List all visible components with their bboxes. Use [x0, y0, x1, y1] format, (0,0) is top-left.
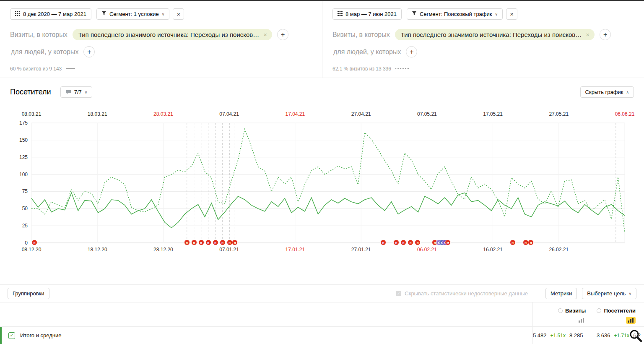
annotation-marker[interactable]: н: [232, 240, 238, 245]
hide-chart-button[interactable]: Скрыть график ∧: [580, 86, 634, 98]
segment-label: Сегмент: Поисковый трафик: [420, 11, 492, 17]
segment-button-b[interactable]: Сегмент: Поисковый трафик ∨: [407, 8, 503, 20]
series-solid-line: [31, 193, 625, 228]
visits-ratio: +1.51x: [551, 333, 566, 339]
annotation-marker[interactable]: н: [31, 240, 37, 245]
solid-line-legend-icon: [66, 68, 75, 69]
y-axis-label: 50: [13, 206, 28, 211]
chevron-down-icon: ∨: [162, 12, 165, 16]
date-range-button-b[interactable]: 8 мар — 7 июн 2021: [332, 8, 402, 20]
add-condition-button-b[interactable]: +: [600, 29, 611, 40]
hide-chart-label: Скрыть график: [585, 89, 623, 95]
segment-close-button-b[interactable]: ×: [506, 8, 517, 20]
annotation-marker[interactable]: н: [528, 240, 534, 245]
x-axis-label-bottom: 16.02.21: [483, 247, 503, 253]
choose-goal-label: Выберите цель: [587, 290, 626, 297]
chart-title: Посетители: [10, 88, 51, 96]
x-axis-label-top: 17.04.21: [285, 111, 305, 117]
x-axis-label-bottom: 28.12.20: [153, 247, 173, 253]
annotation-marker[interactable]: н: [220, 240, 226, 245]
column-visits: Визиты: [558, 308, 586, 326]
chevron-down-icon: ∨: [628, 292, 631, 296]
totals-row-label: Итого и средние: [20, 332, 61, 339]
y-axis-label: 125: [13, 154, 28, 160]
visits-in-which-label: Визиты, в которых: [332, 31, 390, 39]
hide-unreliable-label: Скрывать статистически недостоверные дан…: [405, 290, 528, 297]
date-range-button-a[interactable]: 8 дек 2020 — 7 мар 2021: [10, 8, 91, 20]
add-people-condition-button-a[interactable]: +: [83, 46, 95, 57]
totals-row[interactable]: ✓ Итого и средние 5 482 +1.51x 8 285 3 6…: [0, 326, 644, 344]
metric-cycle-icon[interactable]: [558, 308, 563, 313]
x-axis-label-bottom: 18.12.20: [88, 247, 107, 253]
x-axis-label-top: 17.05.21: [483, 111, 503, 117]
y-axis-label: 100: [13, 172, 28, 177]
add-people-condition-button-b[interactable]: +: [406, 46, 417, 57]
calendar-icon: [338, 11, 343, 17]
segment-condition-chip-b[interactable]: Тип последнего значимого источника: Пере…: [395, 29, 595, 40]
metrics-columns: Визиты Посетители: [532, 302, 644, 326]
segment-close-button-a[interactable]: ×: [173, 8, 184, 20]
annotation-marker[interactable]: н: [191, 240, 197, 245]
visits-chart-toggle-icon[interactable]: [577, 317, 586, 324]
groupings-button[interactable]: Группировки: [8, 288, 49, 299]
annotation-marker[interactable]: н: [400, 240, 406, 245]
annotation-marker[interactable]: н: [380, 240, 386, 245]
row-accent-bar: [0, 327, 2, 344]
segment-button-a[interactable]: Сегмент: 1 условие ∨: [96, 8, 170, 20]
comments-badge-button[interactable]: 7/7 ∨: [60, 86, 93, 98]
chevron-down-icon: ∨: [85, 90, 88, 94]
comment-bubble-icon: [65, 90, 71, 95]
segment-summary-b: 62,1 % визитов из 13 336: [332, 66, 391, 72]
annotation-marker[interactable]: м: [445, 240, 451, 245]
x-axis-label-bottom: 06.02.21: [417, 247, 437, 253]
chart-area: 025507510012515017508.03.2118.03.2128.03…: [0, 98, 644, 266]
annotation-marker[interactable]: н: [415, 240, 421, 245]
x-axis-label-bottom: 27.01.21: [351, 247, 371, 253]
column-visitors: Посетители: [597, 308, 636, 326]
x-axis-label-bottom: 26.02.21: [549, 247, 569, 253]
segment-summary-a: 60 % визитов из 9 143: [10, 66, 62, 72]
metric-cycle-icon[interactable]: [597, 308, 601, 313]
funnel-icon: [412, 11, 417, 17]
annotation-marker[interactable]: н: [184, 240, 190, 245]
visitors-ratio: +1.71x: [614, 333, 629, 339]
chip-label: Тип последнего значимого источника: Пере…: [401, 31, 582, 38]
y-axis-label: 75: [13, 188, 28, 194]
visits-value-b: 8 285: [569, 332, 583, 339]
groupings-label: Группировки: [13, 290, 44, 297]
annotation-marker[interactable]: н: [510, 240, 516, 245]
x-axis-label-top: 27.05.21: [549, 111, 569, 117]
chart-plot-svg: [31, 123, 625, 243]
table-toolbar: Группировки ✓ Скрывать статистически нед…: [0, 284, 644, 302]
x-axis-label-top: 07.05.21: [417, 111, 437, 117]
metrics-table-header: Визиты Посетители: [0, 302, 644, 326]
add-condition-button-a[interactable]: +: [277, 29, 288, 40]
chip-label: Тип последнего значимого источника: Пере…: [78, 31, 260, 38]
dotted-line-legend-icon: [395, 68, 409, 69]
x-axis-label-bottom: 17.01.21: [285, 247, 305, 253]
annotation-marker[interactable]: н: [205, 240, 211, 245]
metrics-button[interactable]: Метрики: [545, 288, 577, 299]
y-axis-label: 175: [13, 120, 28, 126]
choose-goal-button[interactable]: Выберите цель ∨: [582, 288, 636, 299]
x-axis-label-top: 28.03.21: [153, 111, 173, 117]
annotation-marker[interactable]: н: [393, 240, 399, 245]
totals-values: 5 482 +1.51x 8 285 3 636 +1.71x 6 2: [532, 327, 644, 344]
magnifier-cursor-icon: [628, 329, 643, 344]
y-axis-label: 150: [13, 137, 28, 143]
segment-condition-chip-a[interactable]: Тип последнего значимого источника: Пере…: [73, 29, 272, 40]
segment-label: Сегмент: 1 условие: [109, 11, 159, 17]
hide-unreliable-checkbox[interactable]: ✓: [396, 291, 401, 296]
chevron-down-icon: ∨: [495, 12, 498, 16]
annotation-marker[interactable]: н: [408, 240, 413, 245]
annotation-marker[interactable]: н: [213, 240, 218, 245]
series-dotted-line: [31, 129, 625, 233]
date-range-label: 8 мар — 7 июн 2021: [345, 11, 397, 17]
annotation-marker[interactable]: н: [198, 240, 204, 245]
chip-remove-icon[interactable]: ×: [586, 31, 589, 38]
visitors-chart-toggle-icon-selected[interactable]: [626, 317, 636, 324]
visits-in-which-label: Визиты, в которых: [10, 31, 68, 39]
totals-row-checkbox[interactable]: ✓: [8, 332, 15, 339]
chip-remove-icon[interactable]: ×: [263, 31, 267, 38]
x-axis-label-bottom: 08.12.20: [22, 247, 42, 253]
